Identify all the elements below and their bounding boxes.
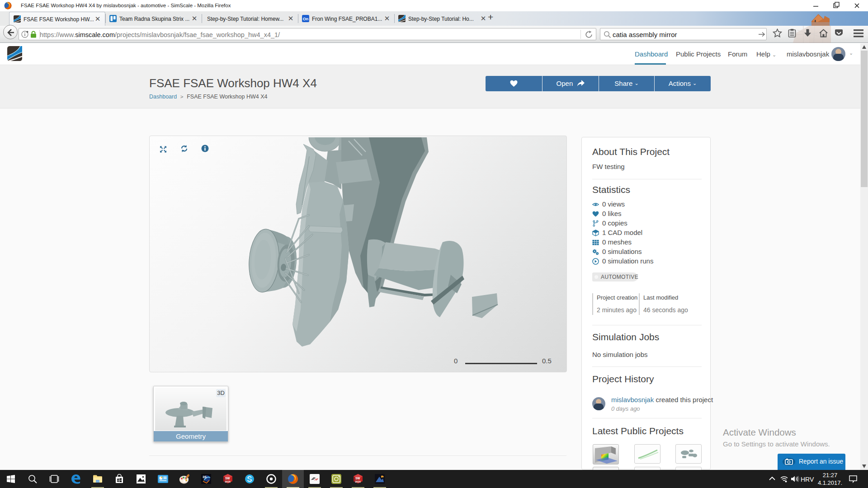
svg-text:On: On bbox=[303, 17, 309, 21]
svg-text:2016: 2016 bbox=[355, 480, 361, 483]
svg-text:SW: SW bbox=[355, 477, 360, 480]
svg-text:3S: 3S bbox=[203, 475, 207, 479]
svg-text:SW: SW bbox=[225, 477, 230, 480]
svg-text:2016: 2016 bbox=[225, 480, 231, 483]
